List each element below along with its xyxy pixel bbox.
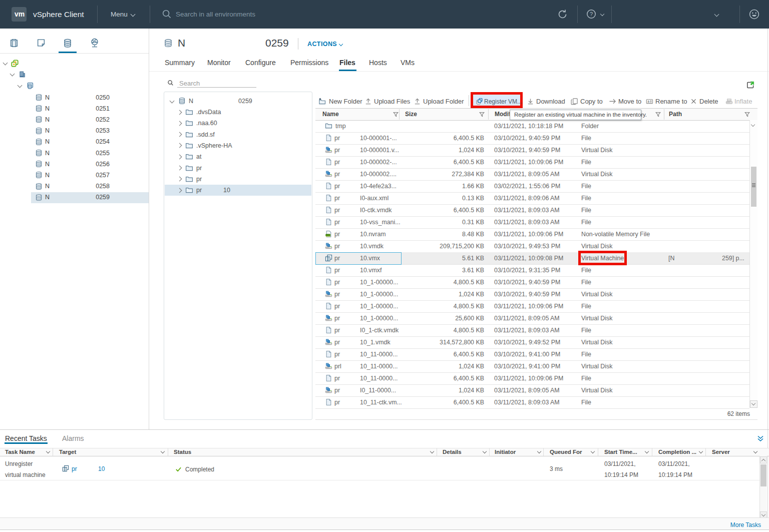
svg-text:?: ?	[590, 11, 593, 17]
